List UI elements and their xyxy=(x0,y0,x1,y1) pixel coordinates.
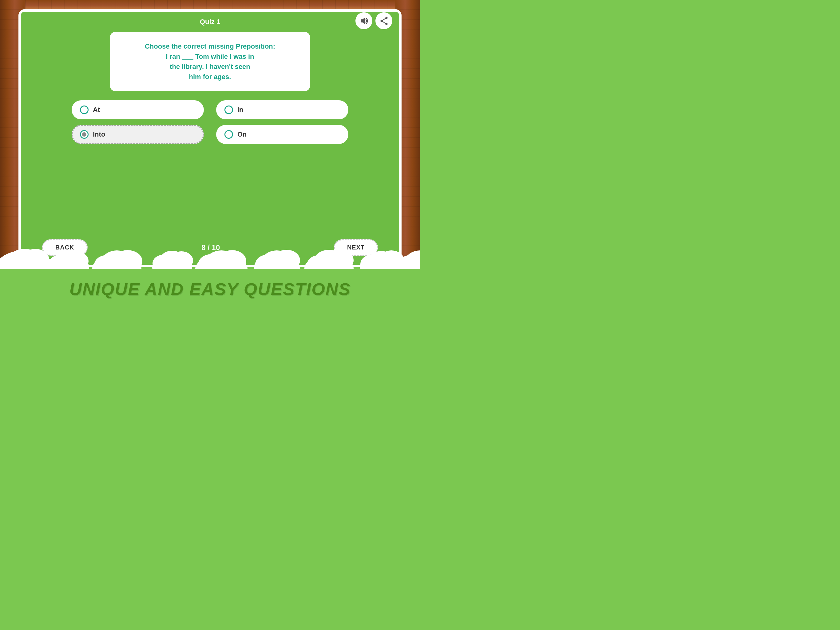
radio-dot-into xyxy=(82,132,87,136)
quiz-panel: Quiz 1 Choose the correct missing Prepos… xyxy=(19,9,401,268)
question-card: Choose the correct missing Preposition: … xyxy=(110,32,310,91)
answers-grid: At In Into On xyxy=(72,100,348,144)
quiz-title: Quiz 1 xyxy=(200,18,220,26)
answer-option-in[interactable]: In xyxy=(216,100,348,119)
clouds-decoration xyxy=(0,241,420,269)
share-button[interactable] xyxy=(376,12,392,29)
answer-label-on: On xyxy=(237,130,340,138)
sound-icon xyxy=(359,16,369,25)
answer-label-in: In xyxy=(237,106,340,114)
answer-label-at: At xyxy=(93,106,196,114)
answer-option-into[interactable]: Into xyxy=(72,125,204,144)
sound-button[interactable] xyxy=(355,12,373,29)
share-icon xyxy=(379,16,388,25)
answer-option-at[interactable]: At xyxy=(72,100,204,119)
svg-marker-0 xyxy=(361,17,365,24)
question-text: Choose the correct missing Preposition: … xyxy=(122,41,298,82)
answer-label-into: Into xyxy=(93,130,196,138)
radio-into xyxy=(80,130,88,139)
radio-at xyxy=(80,106,88,114)
radio-on xyxy=(224,130,233,139)
answer-option-on[interactable]: On xyxy=(216,125,348,144)
svg-line-4 xyxy=(382,18,387,21)
radio-in xyxy=(224,106,233,114)
svg-line-5 xyxy=(382,21,387,24)
tagline: UNIQUE AND EASY QUESTIONS xyxy=(69,279,351,299)
top-icon-group xyxy=(355,12,392,29)
bottom-strip: UNIQUE AND EASY QUESTIONS xyxy=(0,263,420,315)
